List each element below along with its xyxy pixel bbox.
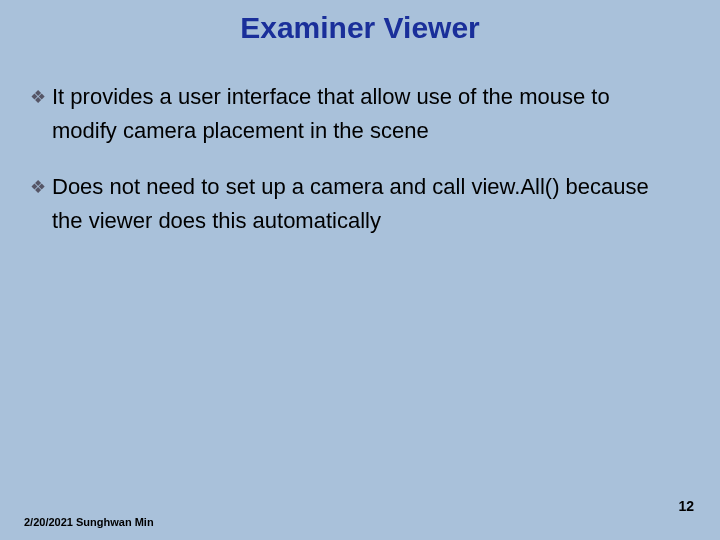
- bullet-item: ❖ It provides a user interface that allo…: [30, 80, 680, 148]
- diamond-bullet-icon: ❖: [30, 84, 52, 112]
- page-number: 12: [678, 498, 694, 514]
- bullet-item: ❖ Does not need to set up a camera and c…: [30, 170, 680, 238]
- bullet-text: Does not need to set up a camera and cal…: [52, 170, 680, 238]
- footer-author: Sunghwan Min: [76, 516, 154, 528]
- slide-body: ❖ It provides a user interface that allo…: [30, 80, 680, 260]
- bullet-text: It provides a user interface that allow …: [52, 80, 680, 148]
- slide: Examiner Viewer ❖ It provides a user int…: [0, 0, 720, 540]
- diamond-bullet-icon: ❖: [30, 174, 52, 202]
- slide-title: Examiner Viewer: [0, 11, 720, 45]
- footer-date: 2/20/2021: [24, 516, 73, 528]
- footer: 2/20/2021 Sunghwan Min: [24, 516, 154, 528]
